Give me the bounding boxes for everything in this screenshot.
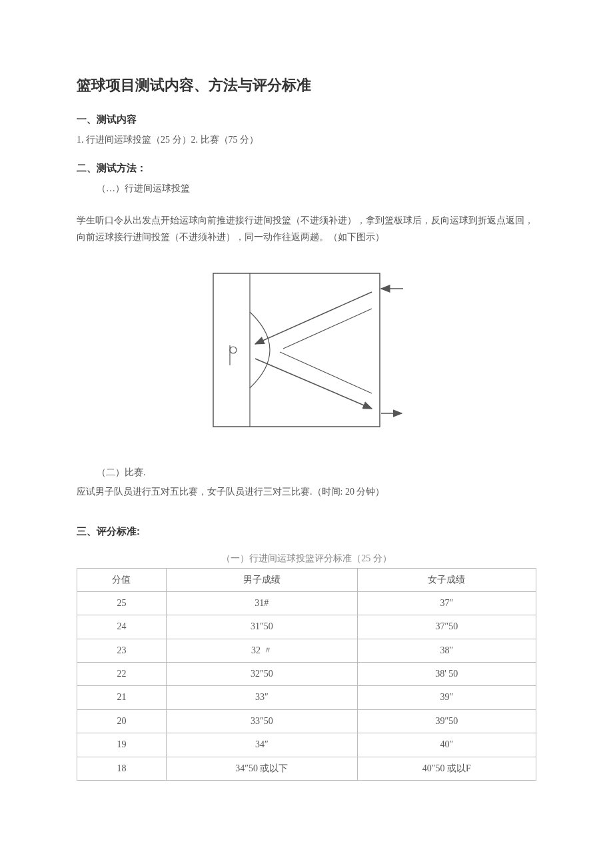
- table-cell: 39″50: [357, 709, 536, 733]
- table-cell: 39″: [357, 686, 536, 709]
- table-cell: 33″: [166, 686, 357, 709]
- document-title: 篮球项目测试内容、方法与评分标准: [77, 73, 536, 97]
- section2-match-desc: 应试男子队员进行五对五比赛，女子队员进行三对三比赛.（时间: 20 分钟）: [77, 485, 536, 499]
- table-row: 24 31″50 37″50: [77, 615, 536, 639]
- section2-paragraph: 学生听口令从出发点开始运球向前推进接行进间投篮（不进须补进），拿到篮板球后，反向…: [77, 212, 536, 245]
- table-cell: 31#: [166, 591, 357, 615]
- table-row: 23 32 〃 38″: [77, 639, 536, 662]
- table-cell: 23: [77, 639, 167, 662]
- table-header: 女子成绩: [357, 568, 536, 591]
- table-cell: 37″: [357, 591, 536, 615]
- table-cell: 38″: [357, 639, 536, 662]
- svg-line-6: [283, 309, 372, 349]
- table-row: 21 33″ 39″: [77, 686, 536, 709]
- table-cell: 34″50 或以下: [166, 757, 357, 780]
- table-row: 25 31# 37″: [77, 591, 536, 615]
- table-cell: 22: [77, 663, 167, 686]
- score-table: 分值 男子成绩 女子成绩 25 31# 37″ 24 31″50 37″50 2…: [77, 568, 536, 781]
- table-row: 22 32″50 38' 50: [77, 663, 536, 686]
- table-cell: 37″50: [357, 615, 536, 639]
- table-cell: 38' 50: [357, 663, 536, 686]
- table-cell: 19: [77, 733, 167, 757]
- table-cell: 25: [77, 591, 167, 615]
- svg-rect-1: [213, 273, 380, 427]
- section2-sub2: （二）比赛.: [77, 465, 536, 480]
- svg-line-9: [280, 352, 372, 393]
- section2-sub1: （…）行进间运球投篮: [77, 181, 536, 196]
- svg-line-8: [255, 359, 372, 409]
- table-cell: 32 〃: [166, 639, 357, 662]
- table-cell: 18: [77, 757, 167, 780]
- svg-line-5: [255, 292, 372, 344]
- table-caption: （一）行进间运球投篮评分标准（25 分）: [77, 551, 536, 566]
- section1-content: 1. 行进间运球投篮（25 分）2. 比赛（75 分）: [77, 133, 536, 147]
- table-row: 18 34″50 或以下 40″50 或以F: [77, 757, 536, 780]
- section1-heading: 一、测试内容: [77, 111, 536, 127]
- table-cell: 24: [77, 615, 167, 639]
- table-cell: 21: [77, 686, 167, 709]
- table-header: 男子成绩: [166, 568, 357, 591]
- svg-point-3: [230, 347, 237, 353]
- table-row: 19 34″ 40″: [77, 733, 536, 757]
- section2-heading: 二、测试方法：: [77, 160, 536, 176]
- table-cell: 32″50: [166, 663, 357, 686]
- table-cell: 34″: [166, 733, 357, 757]
- table-cell: 31″50: [166, 615, 357, 639]
- table-row: 20 33″50 39″50: [77, 709, 536, 733]
- table-cell: 20: [77, 709, 167, 733]
- table-cell: 33″50: [166, 709, 357, 733]
- section3-heading: 三、评分标准:: [77, 523, 536, 539]
- court-diagram: [203, 265, 410, 439]
- table-header-row: 分值 男子成绩 女子成绩: [77, 568, 536, 591]
- table-cell: 40″50 或以F: [357, 757, 536, 780]
- table-cell: 40″: [357, 733, 536, 757]
- table-header: 分值: [77, 568, 167, 591]
